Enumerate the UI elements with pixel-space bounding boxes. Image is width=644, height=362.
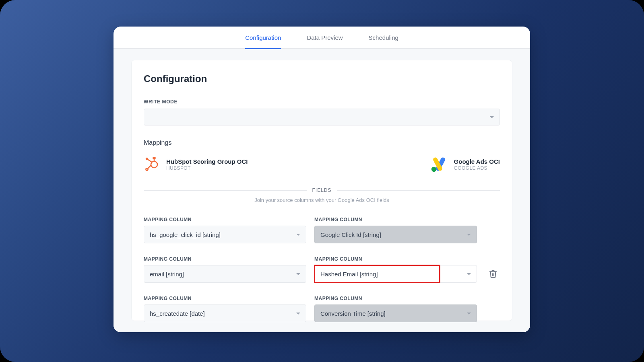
source-field-value: hs_createdate [date] bbox=[150, 310, 205, 317]
fields-subtitle: Join your source columns with your Googl… bbox=[144, 197, 500, 203]
svg-point-9 bbox=[431, 167, 436, 172]
chevron-down-icon bbox=[467, 234, 471, 236]
mapping-column-label: MAPPING COLUMN bbox=[314, 256, 477, 262]
destination-field-value: Conversion Time [string] bbox=[320, 310, 386, 317]
config-panel: Configuration Data Preview Scheduling Co… bbox=[114, 27, 530, 332]
write-mode-label: WRITE MODE bbox=[144, 99, 500, 105]
hubspot-icon bbox=[144, 156, 160, 173]
source-field-select[interactable]: hs_createdate [date] bbox=[144, 304, 306, 322]
mapping-column-label: MAPPING COLUMN bbox=[144, 296, 306, 301]
source-endpoint: HubSpot Scoring Group OCI HUBSPOT bbox=[144, 156, 248, 173]
destination-field-value: Hashed Email [string] bbox=[320, 271, 378, 278]
source-name: HubSpot Scoring Group OCI bbox=[166, 158, 248, 165]
destination-field-value: Google Click Id [string] bbox=[320, 231, 381, 238]
source-provider: HUBSPOT bbox=[166, 165, 248, 171]
divider-line bbox=[337, 190, 500, 191]
svg-point-5 bbox=[146, 168, 148, 170]
tab-scheduling[interactable]: Scheduling bbox=[369, 27, 398, 49]
destination-endpoint: Google Ads OCI GOOGLE ADS bbox=[431, 156, 500, 173]
chevron-down-icon bbox=[467, 313, 471, 315]
destination-provider: GOOGLE ADS bbox=[454, 165, 500, 171]
svg-rect-6 bbox=[153, 157, 155, 159]
source-field-select[interactable]: hs_google_click_id [string] bbox=[144, 226, 306, 243]
configuration-card: Configuration WRITE MODE Mappings bbox=[131, 60, 512, 321]
chevron-down-icon bbox=[490, 116, 494, 118]
svg-point-4 bbox=[146, 158, 148, 160]
mapping-column-label: MAPPING COLUMN bbox=[144, 217, 306, 222]
source-field-select[interactable]: email [string] bbox=[144, 265, 306, 283]
destination-name: Google Ads OCI bbox=[454, 158, 500, 165]
mappings-heading: Mappings bbox=[144, 139, 500, 146]
destination-field-select[interactable]: Google Click Id [string] bbox=[314, 226, 477, 243]
write-mode-select[interactable] bbox=[144, 109, 500, 125]
source-field-value: email [string] bbox=[150, 271, 184, 278]
chevron-down-icon bbox=[296, 273, 300, 275]
page-title: Configuration bbox=[144, 73, 500, 84]
fields-divider-label: FIELDS bbox=[312, 187, 332, 193]
destination-field-select[interactable]: Conversion Time [string] bbox=[314, 304, 477, 322]
tab-bar: Configuration Data Preview Scheduling bbox=[114, 27, 530, 49]
chevron-down-icon bbox=[467, 273, 471, 275]
mapping-column-label: MAPPING COLUMN bbox=[144, 256, 306, 262]
chevron-down-icon bbox=[296, 234, 300, 236]
divider-line bbox=[144, 190, 307, 191]
mapping-column-label: MAPPING COLUMN bbox=[314, 217, 477, 222]
mapping-column-label: MAPPING COLUMN bbox=[314, 296, 477, 301]
trash-icon[interactable] bbox=[489, 269, 497, 278]
destination-field-select[interactable]: Hashed Email [string] bbox=[314, 265, 477, 283]
google-ads-icon bbox=[431, 156, 448, 173]
tab-data-preview[interactable]: Data Preview bbox=[307, 27, 343, 49]
tab-configuration[interactable]: Configuration bbox=[245, 27, 281, 49]
source-field-value: hs_google_click_id [string] bbox=[150, 231, 221, 238]
chevron-down-icon bbox=[296, 313, 300, 315]
